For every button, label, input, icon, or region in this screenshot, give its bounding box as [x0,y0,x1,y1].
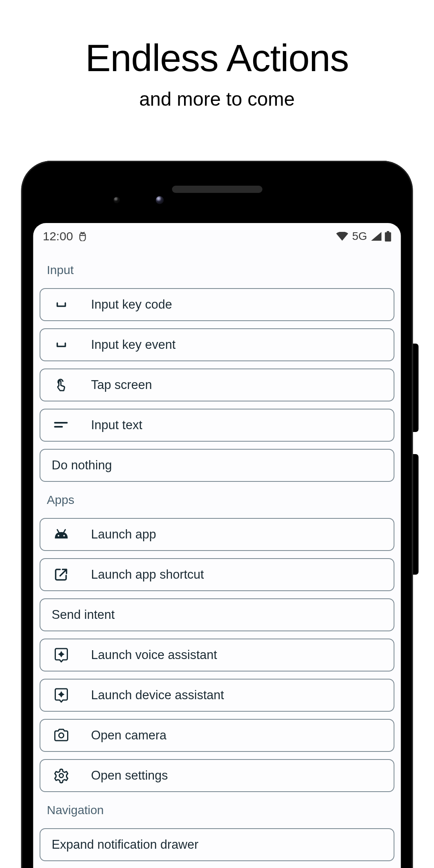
action-item[interactable]: Launch voice assistant [40,639,395,671]
action-item[interactable]: Launch device assistant [40,679,395,712]
action-item[interactable]: Input key code [40,288,395,321]
page-subtitle: and more to come [0,88,434,110]
network-label: 5G [352,230,367,243]
action-item[interactable]: Tap screen [40,368,395,401]
svg-rect-0 [387,231,389,232]
action-item-label: Input key code [91,297,172,312]
action-item[interactable]: Do nothing [40,449,395,482]
short-text-icon [52,417,71,433]
action-item-label: Launch app [91,527,156,542]
action-item-label: Do nothing [52,458,112,473]
action-item[interactable]: Open camera [40,719,395,752]
status-bar: 12:00 5G [33,223,401,248]
action-item-label: Expand notification drawer [52,837,199,852]
page-title: Endless Actions [0,36,434,80]
action-item-label: Tap screen [91,378,152,392]
action-item-label: Launch app shortcut [91,567,204,582]
section-header: Input [40,259,395,288]
action-item[interactable]: Launch app [40,518,395,551]
camera-icon [52,727,71,743]
action-item-label: Input text [91,418,143,432]
action-item-label: Launch device assistant [91,688,224,702]
action-item-label: Open settings [91,768,168,783]
settings-icon [52,768,71,784]
section-header: Apps [40,489,395,518]
space-bar-icon [52,297,71,313]
open-in-new-icon [52,567,71,583]
wifi-icon [336,232,348,241]
action-item-label: Launch voice assistant [91,648,217,662]
section-header: Navigation [40,799,395,828]
action-item[interactable]: Send intent [40,598,395,631]
action-item[interactable]: Input key event [40,328,395,361]
action-item-label: Send intent [52,608,115,622]
android-icon [52,526,71,542]
assistant-badge-icon [52,647,71,663]
action-item-label: Input key event [91,338,176,352]
battery-icon [385,231,391,242]
phone-screen: 12:00 5G [33,223,401,868]
action-item[interactable]: Launch app shortcut [40,558,395,591]
touch-app-icon [52,377,71,393]
svg-rect-1 [385,232,391,242]
adb-icon [79,231,87,241]
assistant-badge-icon [52,687,71,703]
phone-frame: 12:00 5G [21,161,413,868]
signal-icon [371,232,382,241]
action-item[interactable]: Input text [40,409,395,442]
action-item[interactable]: Expand notification drawer [40,828,395,861]
action-item-label: Open camera [91,728,167,743]
action-item[interactable]: Open settings [40,759,395,792]
space-bar-icon [52,337,71,353]
status-time: 12:00 [43,229,73,243]
